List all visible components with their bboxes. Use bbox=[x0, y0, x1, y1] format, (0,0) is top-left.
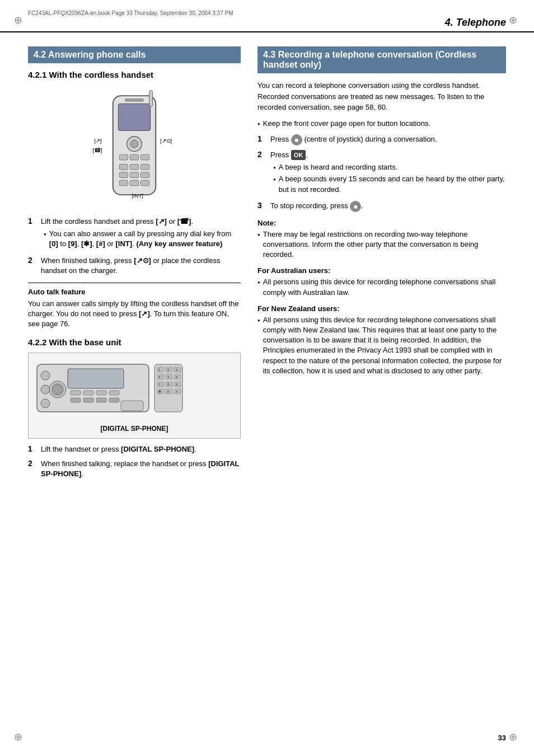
page-title: 4. Telephone bbox=[445, 17, 506, 29]
svg-text:[↗⊙]: [↗⊙] bbox=[160, 138, 172, 144]
base-unit-container: 1 2 3 4 5 6 7 8 9 ✱ 0 # [DIGITAL SP-PHON… bbox=[28, 353, 241, 439]
bullet-dot: ● bbox=[273, 165, 276, 171]
svg-text:[INT]: [INT] bbox=[132, 192, 143, 199]
australian-text: All persons using this device for record… bbox=[263, 277, 506, 297]
svg-rect-47 bbox=[109, 398, 119, 402]
corner-mark-tr bbox=[509, 14, 520, 25]
bullet-item: ● A beep is heard and recording starts. bbox=[273, 162, 506, 172]
section-42-heading-bar: 4.2 Answering phone calls bbox=[28, 46, 241, 63]
step-num: 2 bbox=[257, 150, 266, 159]
svg-rect-46 bbox=[96, 398, 106, 402]
auto-talk-text: You can answer calls simply by lifting t… bbox=[28, 299, 241, 330]
bullet-dot: ● bbox=[257, 279, 260, 285]
nz-bullet: ● All persons using this device for reco… bbox=[257, 315, 506, 376]
content-area: 4.2 Answering phone calls 4.2.1 With the… bbox=[0, 38, 534, 500]
svg-rect-16 bbox=[140, 180, 149, 186]
svg-rect-7 bbox=[140, 154, 149, 160]
section-43-heading-bar: 4.3 Recording a telephone conversation (… bbox=[257, 46, 506, 73]
svg-rect-23 bbox=[68, 369, 124, 388]
step-num: 2 bbox=[28, 256, 36, 265]
australian-bullet: ● All persons using this device for reco… bbox=[257, 277, 506, 297]
svg-rect-12 bbox=[130, 172, 138, 178]
step-num: 3 bbox=[257, 201, 266, 210]
bullet-item: ● You can also answer a call by pressing… bbox=[44, 229, 241, 249]
steps-422: 1 Lift the handset or press [DIGITAL SP-… bbox=[28, 444, 241, 480]
subsection-421-title: 4.2.1 With the cordless handset bbox=[28, 70, 241, 79]
svg-rect-14 bbox=[119, 180, 128, 186]
svg-rect-45 bbox=[83, 398, 93, 402]
svg-rect-11 bbox=[119, 172, 128, 178]
note-bullet: ● There may be legal restrictions on rec… bbox=[257, 229, 506, 260]
step-43-3: 3 To stop recording, press ■. bbox=[257, 201, 506, 212]
svg-rect-30 bbox=[109, 391, 119, 395]
joystick-btn: ■ bbox=[291, 134, 302, 145]
svg-rect-17 bbox=[149, 91, 153, 107]
auto-talk-section: Auto talk feature You can answer calls s… bbox=[28, 283, 241, 330]
svg-point-26 bbox=[41, 399, 50, 408]
corner-mark-br bbox=[509, 731, 520, 742]
bullet-dot: ● bbox=[257, 121, 260, 127]
bullet-dot: ● bbox=[44, 231, 46, 237]
step-content: Lift the cordless handset and press [↗] … bbox=[41, 217, 241, 251]
step-num: 1 bbox=[257, 134, 266, 143]
steps-43: 1 Press ■ (centre of joystick) during a … bbox=[257, 134, 506, 212]
handset-image-container: [↗] [☎̈] [↗⊙] [INT] bbox=[28, 85, 241, 208]
step-43-1: 1 Press ■ (centre of joystick) during a … bbox=[257, 134, 506, 145]
svg-rect-29 bbox=[96, 391, 106, 395]
step-content: When finished talking, press [↗⊙] or pla… bbox=[41, 256, 241, 276]
svg-text:✱: ✱ bbox=[158, 390, 161, 393]
intro-bullet-text: Keep the front cover page open for butto… bbox=[263, 119, 430, 129]
bullet-text: You can also answer a call by pressing a… bbox=[49, 229, 241, 249]
section-42-heading: 4.2 Answering phone calls bbox=[34, 50, 146, 59]
step-421-2: 2 When finished talking, press [↗⊙] or p… bbox=[28, 256, 241, 276]
australian-section: For Australian users: ● All persons usin… bbox=[257, 266, 506, 297]
step-422-2: 2 When finished talking, replace the han… bbox=[28, 459, 241, 479]
nz-text: All persons using this device for record… bbox=[263, 315, 506, 376]
svg-rect-13 bbox=[140, 172, 149, 178]
step-content: To stop recording, press ■. bbox=[270, 201, 363, 212]
svg-rect-44 bbox=[71, 398, 81, 402]
right-column: 4.3 Recording a telephone conversation (… bbox=[257, 46, 506, 483]
step-num: 1 bbox=[28, 217, 36, 226]
nz-section: For New Zealand users: ● All persons usi… bbox=[257, 304, 506, 376]
bullet-dot: ● bbox=[257, 232, 260, 238]
auto-talk-title: Auto talk feature bbox=[28, 288, 241, 296]
left-column: 4.2 Answering phone calls 4.2.1 With the… bbox=[28, 46, 241, 483]
file-info: FC243AL-PFQX2096ZA-en.book Page 33 Thurs… bbox=[28, 10, 233, 16]
svg-point-24 bbox=[41, 371, 50, 380]
svg-rect-10 bbox=[140, 165, 149, 170]
intro-bullet: ● Keep the front cover page open for but… bbox=[257, 119, 506, 129]
svg-rect-6 bbox=[130, 154, 138, 160]
ok-btn: OK bbox=[291, 150, 306, 160]
svg-rect-27 bbox=[71, 391, 81, 395]
handset-svg: [↗] [☎̈] [↗⊙] [INT] bbox=[78, 85, 190, 208]
svg-point-4 bbox=[130, 140, 138, 148]
svg-rect-50 bbox=[121, 401, 143, 411]
step-content: Press OK. ● A beep is heard and recordin… bbox=[270, 150, 506, 196]
svg-rect-8 bbox=[119, 165, 128, 170]
step-content: Lift the handset or press [DIGITAL SP-PH… bbox=[41, 444, 196, 454]
bullet-dot: ● bbox=[257, 317, 260, 323]
bullet-text: A beep is heard and recording starts. bbox=[279, 162, 397, 172]
stop-btn: ■ bbox=[350, 201, 361, 212]
svg-rect-2 bbox=[125, 98, 144, 102]
step-421-1: 1 Lift the cordless handset and press [↗… bbox=[28, 217, 241, 251]
note-section: Note: ● There may be legal restrictions … bbox=[257, 219, 506, 260]
step-content: When finished talking, replace the hands… bbox=[41, 459, 241, 479]
section-43-heading: 4.3 Recording a telephone conversation (… bbox=[263, 50, 476, 69]
corner-mark-tl bbox=[14, 14, 25, 25]
steps-421: 1 Lift the cordless handset and press [↗… bbox=[28, 217, 241, 276]
svg-rect-9 bbox=[130, 165, 138, 170]
step-num: 1 bbox=[28, 444, 36, 453]
page-container: FC243AL-PFQX2096ZA-en.book Page 33 Thurs… bbox=[0, 0, 534, 756]
subsection-422-title: 4.2.2 With the base unit bbox=[28, 337, 241, 347]
page-number: 33 bbox=[498, 734, 506, 742]
svg-rect-5 bbox=[119, 154, 128, 160]
nz-title: For New Zealand users: bbox=[257, 304, 506, 313]
svg-rect-1 bbox=[118, 104, 150, 130]
note-text: There may be legal restrictions on recor… bbox=[263, 229, 506, 260]
bullet-dot: ● bbox=[273, 176, 276, 182]
bullet-item: ● A beep sounds every 15 seconds and can… bbox=[273, 174, 506, 194]
svg-text:[☎̈]: [☎̈] bbox=[92, 147, 102, 153]
svg-text:[↗]: [↗] bbox=[94, 138, 101, 144]
